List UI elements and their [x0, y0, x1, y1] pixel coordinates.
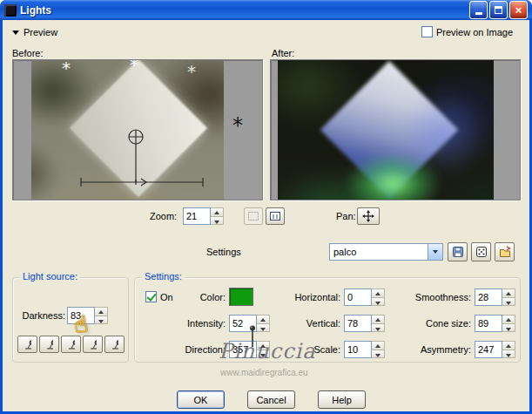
light-direction-gizmo[interactable] — [13, 60, 263, 200]
horizontal-input[interactable] — [344, 288, 372, 306]
cone-size-increment-button[interactable] — [502, 315, 515, 324]
app-icon — [4, 4, 17, 17]
light-source-group: Light source: Darkness: ☝ — [12, 277, 129, 363]
horizontal-decrement-button[interactable] — [372, 298, 385, 307]
darkness-input[interactable] — [67, 307, 95, 324]
combo-dropdown-icon[interactable] — [428, 244, 442, 260]
zoom-fit-button[interactable] — [244, 207, 263, 225]
maximize-button[interactable] — [489, 1, 508, 19]
preview-label: Preview — [24, 27, 57, 37]
direction-input[interactable] — [229, 341, 257, 358]
checkbox-icon — [421, 26, 433, 37]
light-marker-icon[interactable]: * — [130, 60, 138, 69]
cone-size-input[interactable] — [475, 315, 502, 332]
load-preset-button[interactable] — [495, 242, 515, 261]
lights-dialog: Lights × Preview Preview on Image Before… — [0, 0, 532, 414]
window-controls: × — [468, 1, 528, 19]
vertical-increment-button[interactable] — [372, 315, 385, 324]
color-label: Color: — [142, 292, 226, 302]
lamp-icon — [24, 339, 31, 350]
asymmetry-input[interactable] — [475, 341, 502, 358]
scale-increment-button[interactable] — [372, 341, 385, 350]
smoothness-decrement-button[interactable] — [502, 298, 515, 307]
actual-size-button[interactable] — [266, 207, 285, 225]
fit-preview-icon — [247, 211, 259, 221]
asymmetry-label: Asymmetry: — [386, 344, 471, 355]
darkness-increment-button[interactable] — [95, 307, 108, 316]
light-marker-icon[interactable]: * — [62, 64, 71, 72]
preset-value: palco — [330, 247, 428, 257]
ok-button[interactable]: OK — [177, 390, 225, 409]
titlebar: Lights × — [0, 0, 532, 20]
cone-size-decrement-button[interactable] — [502, 324, 515, 333]
zoom-increment-button[interactable] — [211, 207, 224, 217]
light-3-button[interactable] — [61, 336, 81, 353]
smoothness-increment-button[interactable] — [502, 288, 515, 298]
smoothness-input[interactable] — [475, 288, 502, 306]
light-marker-icon[interactable]: * — [232, 121, 243, 130]
color-swatch[interactable] — [229, 288, 253, 306]
horizontal-increment-button[interactable] — [372, 288, 385, 298]
cone-size-spinner — [475, 315, 515, 332]
preview-on-image-checkbox[interactable]: Preview on Image — [421, 26, 513, 37]
zoom-spinner — [183, 207, 224, 225]
minimize-icon — [475, 12, 482, 15]
presets-label: Settings — [206, 247, 241, 257]
darkness-spinner — [67, 307, 108, 324]
direction-label: Direction: — [142, 344, 226, 355]
vertical-spinner — [344, 315, 385, 332]
before-preview-pane[interactable]: * * * * — [12, 59, 263, 200]
asymmetry-spinner — [475, 341, 515, 358]
scale-decrement-button[interactable] — [372, 350, 385, 359]
asymmetry-decrement-button[interactable] — [502, 350, 515, 359]
preview-on-image-label: Preview on Image — [436, 27, 513, 37]
save-preset-button[interactable] — [448, 242, 468, 261]
after-label: After: — [272, 48, 294, 58]
horizontal-label: Horizontal: — [257, 292, 340, 302]
watermark-site: www.maidiregrafica.eu — [220, 368, 308, 377]
lamp-icon — [45, 339, 53, 350]
vertical-input[interactable] — [344, 315, 372, 332]
preview-toggle[interactable]: Preview — [12, 27, 57, 37]
lamp-icon — [89, 339, 97, 350]
horizontal-spinner — [344, 288, 385, 306]
zoom-label: Zoom: — [150, 211, 177, 221]
light-4-button[interactable] — [83, 336, 103, 353]
settings-group-title: Settings: — [142, 271, 185, 282]
minimize-button[interactable] — [469, 1, 488, 19]
scale-input[interactable] — [344, 341, 372, 358]
scale-label: Scale: — [257, 344, 340, 355]
after-preview-pane[interactable] — [270, 59, 521, 200]
save-icon — [452, 246, 464, 258]
light-2-button[interactable] — [39, 336, 59, 353]
pan-button[interactable] — [357, 207, 380, 225]
darkness-label: Darkness: — [17, 310, 65, 321]
intensity-input[interactable] — [229, 315, 257, 332]
help-button[interactable]: Help — [318, 390, 366, 409]
zoom-input[interactable] — [183, 207, 211, 225]
window-title: Lights — [20, 4, 468, 17]
pan-label: Pan: — [336, 211, 356, 221]
smoothness-spinner — [475, 288, 515, 306]
smoothness-label: Smoothness: — [386, 292, 471, 302]
light-marker-icon[interactable]: * — [187, 67, 196, 76]
close-button[interactable]: × — [509, 1, 528, 19]
light-5-button[interactable] — [104, 336, 125, 353]
light-1-button[interactable] — [17, 336, 37, 353]
zoom-decrement-button[interactable] — [211, 217, 224, 226]
lamp-icon — [67, 339, 75, 350]
actual-size-icon — [269, 211, 281, 221]
lamp-icon — [111, 339, 118, 350]
light-select-row — [17, 336, 125, 353]
scale-spinner — [344, 341, 385, 358]
preset-combobox[interactable]: palco — [329, 243, 443, 261]
vertical-decrement-button[interactable] — [372, 324, 385, 333]
cancel-button[interactable]: Cancel — [247, 390, 295, 409]
darkness-decrement-button[interactable] — [95, 316, 108, 325]
dice-icon — [475, 246, 488, 258]
folder-icon — [499, 246, 511, 258]
randomize-preset-button[interactable] — [471, 242, 491, 261]
asymmetry-increment-button[interactable] — [502, 341, 515, 350]
light-source-group-title: Light source: — [20, 271, 80, 282]
cone-size-label: Cone size: — [386, 318, 471, 329]
